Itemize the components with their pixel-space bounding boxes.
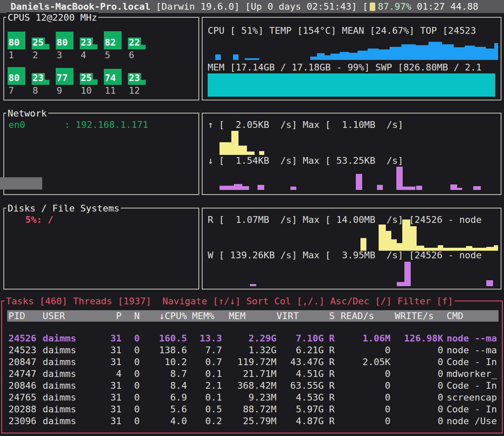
task-cell: 5.97G [276,404,324,415]
cpus-panel-title: CPUS 12@2200 MHz [6,12,98,23]
task-row[interactable]: 20847daimms31010.20.7119.72M43.47GR2.05K… [7,356,499,368]
battery-icon [370,3,375,11]
task-cell: 1.06M [340,333,390,344]
task-cell: node --ma [443,333,499,344]
tasks-table-header: PIDUSERPN↓CPU%MEM%MEMVIRTSREAD/sWRITE/sC… [7,310,499,322]
task-cell: 31 [98,344,122,356]
column-header-write/s[interactable]: WRITE/s [390,311,443,321]
task-row[interactable]: 24526daimms310160.513.32.29G7.10GR1.06M1… [7,333,499,344]
task-cell: 0 [390,380,443,392]
task-cell: 24747 [7,368,43,380]
task-cell: R [324,333,340,344]
cpu-usage-label: 25 [32,38,45,47]
task-cell: node /Use [443,415,499,427]
task-cell: 31 [98,404,122,415]
column-header-mem%[interactable]: MEM% [187,311,222,321]
cpu-cores-row-1: 801252803234825226 [8,27,152,61]
cpu-core-number: 1 [8,49,14,61]
network-upload-line: ↑ [ 2.05KB /s] Max [ 1.10MB /s] [208,119,500,130]
column-header-read/s[interactable]: READ/s [340,311,390,321]
cpu-core-gauge: 238 [32,63,49,97]
task-cell: 0 [122,356,140,368]
selection-artifact [0,177,42,190]
network-interface-line: en0 : 192.168.1.171 [8,119,198,130]
task-cell: 31 [98,415,122,427]
network-download-history-bar [403,187,415,190]
task-row[interactable]: 24747daimms408.70.121.71M4.51GR00mdworke… [7,368,499,380]
task-cell: 0 [390,415,443,427]
column-header-virt[interactable]: VIRT [276,311,324,321]
task-cell: daimms [43,344,98,356]
status-bar: Daniels-MacBook-Pro.local[Darwin 19.6.0]… [0,0,504,13]
task-cell: daimms [43,356,98,368]
task-cell: 2.05K [340,356,390,368]
network-download-history-bar [234,184,242,190]
column-header-p[interactable]: P [98,311,122,321]
column-header-user[interactable]: USER [43,311,98,321]
task-cell: 24523 [7,344,43,356]
cpu-history-bar [325,55,331,60]
task-cell: daimms [43,333,98,344]
task-cell: 0 [122,404,140,415]
task-cell: 7.10G [276,333,324,344]
column-header-pid[interactable]: PID [7,311,43,321]
os-version: [Darwin 19.6.0] [156,1,240,12]
task-cell: daimms [43,380,98,392]
task-cell: 8.7 [140,368,187,380]
cpu-core-number: 12 [129,85,140,97]
task-cell: 8.4 [140,380,187,392]
cpu-core-gauge: 7411 [104,63,122,97]
task-cell: 160.5 [140,333,187,344]
task-cell: 1.32G [222,344,276,356]
task-cell: daimms [43,392,98,404]
hostname: Daniels-MacBook-Pro.local [11,1,150,12]
task-cell: R [324,380,340,392]
task-row[interactable]: 20288daimms3105.60.588.72M5.97GR00Code -… [7,404,499,415]
cpu-history-bar [368,49,379,60]
cpu-core-gauge: 807 [8,63,25,97]
task-cell: 138.6 [140,344,187,356]
cpu-history-bar [245,58,259,60]
disks-panel-title: Disks / File Systems [6,203,121,214]
task-row[interactable]: 23096daimms3104.00.225.79M4.87GR00node /… [7,415,499,427]
column-header-mem[interactable]: MEM [222,311,276,321]
task-cell: 2.29G [222,333,276,344]
task-row[interactable]: 20846daimms3108.42.1368.42M63.55GR00Code… [7,380,499,392]
cpu-core-number: 3 [57,49,62,61]
task-cell: 0 [122,344,140,356]
task-cell: 4.0 [140,415,187,427]
disk-write-history-bar [250,284,256,286]
network-graph-panel: ↑ [ 2.05KB /s] Max [ 1.10MB /s] ↓ [ 1.54… [202,113,501,195]
network-upload-chart [208,130,498,155]
cpu-history-bar [310,57,317,60]
battery-time: 01:27 44.88 [417,1,478,12]
task-cell: 0 [122,392,140,404]
task-cell: 4.87G [276,415,324,427]
task-row[interactable]: 24765daimms3106.90.19.23M4.53GR00screenc… [7,392,499,404]
network-upload-history-bar [238,146,247,155]
cpu-core-number: 7 [8,85,14,97]
cpu-core-number: 5 [105,49,110,61]
network-download-chart [208,166,498,190]
cpu-history-bar [340,52,349,60]
cpu-graph-panel: CPU [ 51%] TEMP [154°C] MEAN [24.67%] TO… [202,17,501,100]
column-header-cpu%[interactable]: ↓CPU% [140,311,187,321]
task-cell: 4.51G [276,368,324,380]
cpu-core-gauge: 2510 [80,63,98,97]
battery-percent: 87.97% [378,1,411,12]
task-row[interactable]: 24523daimms310138.67.71.32G6.21GR00node … [7,344,499,356]
disk-read-history-bar [402,219,410,251]
cpu-usage-label: 77 [56,73,69,83]
column-header-s[interactable]: S [324,311,340,321]
task-cell: 5.6 [140,404,187,415]
cpu-core-number: 6 [129,49,134,61]
column-header-n[interactable]: N [122,311,140,321]
cpu-usage-label: 25 [80,73,93,83]
cpu-history-bar [486,49,494,60]
column-header-cmd[interactable]: CMD [443,311,499,321]
task-cell: 88.72M [222,404,276,415]
network-download-history-bar [356,174,362,190]
cpu-history-bar [317,53,325,60]
task-cell: 0 [340,404,390,415]
disk-read-history-bar [379,225,386,251]
